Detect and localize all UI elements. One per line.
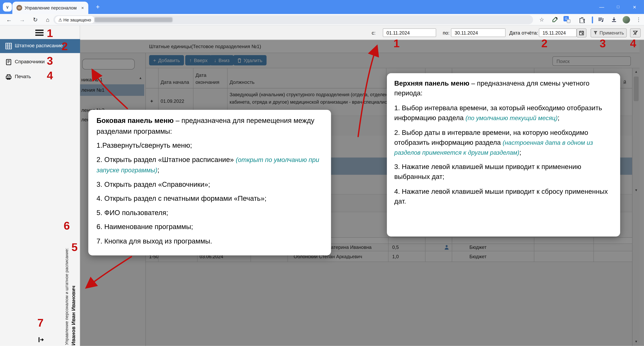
sidebar-item-print[interactable]: Печать [0,70,80,84]
tooltip-item-tail: ; [158,166,159,174]
tab-group-separator [592,17,593,24]
kebab-menu-icon[interactable]: ⋮ [634,15,643,24]
tooltip-item: 1.Развернуть/свернуть меню; [96,140,323,151]
browser-active-tab[interactable]: Управление персоналом и шт × [12,2,88,14]
forward-icon[interactable]: → [17,15,27,24]
profile-avatar[interactable] [622,16,630,24]
annotation-number: 6 [64,221,70,232]
funnel-icon [593,31,598,35]
annotation-number: 1 [394,38,400,49]
extensions-puzzle-icon[interactable] [578,15,586,24]
reset-filter-button[interactable] [630,29,641,38]
eyedropper-extension-icon[interactable] [550,15,560,24]
monkey-favicon-icon [16,5,22,11]
to-date-input[interactable] [451,29,506,37]
sidebar-item-staffing[interactable]: Штатное расписание [0,39,80,53]
annotation-number: 1 [47,28,53,39]
tab-search-button[interactable]: ∨ [3,3,12,12]
from-label: с: [372,30,376,36]
annotation-number: 2 [541,38,548,49]
tooltip-item: 1. Выбор интервала времени, за который н… [394,103,613,123]
tooltip-item-tail: ; [558,114,560,121]
tab-close-icon[interactable]: × [79,5,86,11]
security-chip[interactable]: ⚠ Не защищено [55,16,94,24]
playlist-media-icon[interactable] [596,15,606,24]
security-label: Не защищено [63,17,91,22]
to-label: по: [443,30,450,36]
tooltip-top-panel: Верхняя панель меню – предназначена для … [387,73,620,237]
tooltip-heading: Верхняя панель меню [394,79,470,87]
tooltip-item: 7. Кнопка для выход из программы. [96,236,323,246]
warning-icon: ⚠ [58,17,62,22]
window-close-button[interactable]: × [629,3,640,12]
annotation-number: 3 [600,38,606,49]
calendar-icon [579,31,584,36]
annotation-number: 4 [47,70,53,81]
new-tab-button[interactable]: + [94,3,102,11]
screenshot-root: ∨ Управление персоналом и шт × + — □ × ←… [0,0,644,346]
tab-title: Управление персоналом и шт [24,6,77,10]
book-icon [6,59,12,65]
tooltip-item: 4. Открыть раздел с печатными формами «П… [96,193,323,204]
home-icon[interactable]: ⌂ [43,15,52,24]
tooltip-item-text: 2. Открыть раздел «Штатное расписание» [96,156,236,163]
download-icon[interactable] [610,15,618,24]
tooltip-item: 3. Нажатие левой клавишей мыши приводит … [394,162,613,182]
tooltip-item: 2. Открыть раздел «Штатное расписание» (… [96,154,323,176]
browser-tab-strip: ∨ Управление персоналом и шт × + — □ × [0,0,644,14]
tooltip-item: 6. Наименование программы; [96,222,323,232]
tooltip-item: 4. Нажатие левой клавишей мыши приводит … [394,187,613,207]
apply-label: Применить [600,31,624,36]
tooltip-item-note: (по умолчанию текущий месяц) [466,114,558,121]
tooltip-item-tail: ; [519,148,521,156]
from-date-input[interactable] [383,29,436,37]
blurred-url [94,17,172,22]
report-date-label: Дата отчёта: [509,30,538,36]
annotation-number: 7 [38,317,44,329]
annotation-number: 4 [630,38,636,49]
browser-toolbar: ← → ↻ ⌂ ⚠ Не защищено ☆ G [0,14,644,26]
window-maximize-button[interactable]: □ [613,3,623,12]
sidebar-item-label: Штатное расписание [15,43,63,48]
address-bar[interactable]: ⚠ Не защищено [54,15,533,24]
report-date-input[interactable] [539,29,577,37]
tooltip-heading: Боковая панель меню [96,117,174,125]
reload-icon[interactable]: ↻ [30,15,40,24]
printer-icon [6,74,12,80]
sidebar-item-label: Справочники [15,59,45,64]
sidebar: Штатное расписание Справочники Печать Уп… [0,26,80,346]
sidebar-item-label: Печать [15,74,31,79]
window-minimize-button[interactable]: — [596,3,607,12]
user-name-vertical: Иванов Иван Иванович [70,247,76,345]
calendar-button[interactable] [576,29,586,38]
hamburger-menu-icon[interactable] [36,30,44,37]
tooltip-item: 2. Выбор даты в интервале времени, на ко… [394,128,613,157]
program-name-vertical: Управление персоналом и штатное расписан… [64,228,69,345]
sidebar-item-directories[interactable]: Справочники [0,55,80,69]
translate-extension-icon[interactable]: G [564,16,571,24]
apply-button[interactable]: Применить [590,29,627,38]
tooltip-side-panel: Боковая панель меню – предназначена для … [88,110,331,255]
logout-button[interactable] [38,336,44,343]
grid-icon [6,43,12,49]
annotation-number: 2 [62,41,68,52]
back-icon[interactable]: ← [4,15,14,24]
annotation-number: 3 [47,56,53,67]
logout-icon [38,336,44,343]
chevron-down-icon: ∨ [6,5,9,10]
bookmark-star-icon[interactable]: ☆ [537,15,546,24]
annotation-number: 5 [72,242,78,253]
tooltip-item: 3. Открыть раздел «Справочники»; [96,179,323,190]
period-panel: с: по: Дата отчёта: Применить [80,26,644,40]
tooltip-item: 5. ФИО пользователя; [96,208,323,218]
funnel-slash-icon [633,31,638,36]
